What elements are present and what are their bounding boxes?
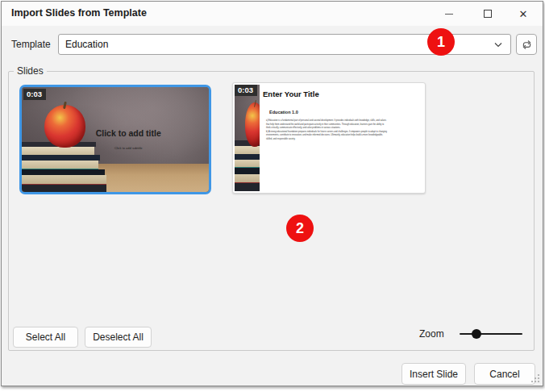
template-selected-value: Education (65, 39, 108, 50)
slide1-duration-badge: 0:03 (23, 89, 46, 100)
deselect-all-button[interactable]: Deselect All (85, 327, 152, 348)
select-all-button[interactable]: Select All (13, 327, 78, 348)
slide1-title-placeholder: Click to add title (67, 128, 190, 138)
dialog-title: Import Slides from Template (11, 7, 147, 19)
maximize-icon (484, 10, 492, 18)
minimize-button[interactable] (433, 2, 465, 26)
close-icon: ✕ (519, 9, 528, 19)
slide2-title: Enter Your Title (263, 90, 319, 98)
zoom-slider[interactable] (460, 327, 522, 341)
chevron-down-icon (494, 42, 502, 48)
slide1-preview-image: Click to add title Click to add subtitle (22, 87, 209, 192)
template-label: Template (11, 39, 51, 50)
zoom-label: Zoom (419, 328, 444, 340)
slide2-duration-badge: 0:03 (235, 85, 257, 96)
slide-thumbnail-2[interactable]: 0:03 Enter Your Title Education 1.0 a) E… (232, 82, 426, 194)
apple-image (245, 102, 260, 146)
slide2-heading: Education 1.0 (269, 110, 298, 115)
slide2-side-image (235, 85, 260, 191)
sync-arrows-icon (521, 39, 533, 51)
zoom-slider-thumb[interactable] (472, 329, 481, 339)
slides-group-label: Slides (14, 65, 47, 77)
refresh-templates-button[interactable] (516, 34, 537, 55)
close-button[interactable]: ✕ (507, 2, 539, 26)
cancel-button[interactable]: Cancel (474, 363, 535, 385)
zoom-slider-track[interactable] (460, 333, 522, 335)
titlebar: Import Slides from Template ✕ (2, 2, 543, 26)
annotation-badge-2: 2 (286, 215, 314, 242)
minimize-icon (445, 14, 453, 15)
annotation-badge-1: 1 (427, 28, 455, 56)
slide1-subtitle-placeholder: Click to add subtitle (67, 146, 190, 150)
apple-image (44, 105, 85, 148)
resize-grip[interactable] (530, 373, 541, 384)
import-slides-dialog: Import Slides from Template ✕ Template E… (1, 1, 543, 386)
slide-thumbnail-1[interactable]: Click to add title Click to add subtitle… (19, 85, 211, 194)
slide2-body-text: a) Education is a fundamental part of pe… (266, 119, 418, 141)
maximize-button[interactable] (472, 2, 504, 26)
insert-slide-button[interactable]: Insert Slide (401, 363, 466, 385)
